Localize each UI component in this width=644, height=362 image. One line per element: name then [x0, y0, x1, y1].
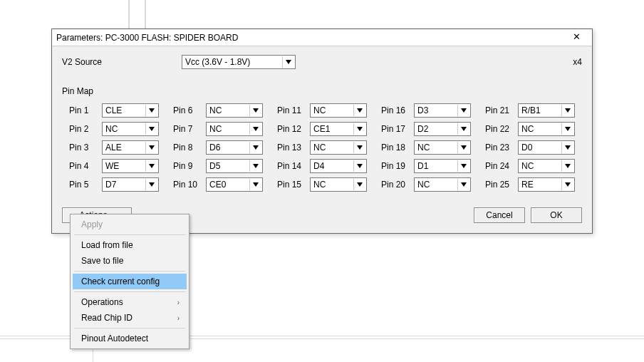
- pin-row: Pin 8D6: [173, 140, 263, 155]
- chevron-right-icon: ›: [177, 299, 180, 306]
- pin-label: Pin 4: [69, 161, 98, 171]
- chevron-down-icon: [457, 142, 469, 153]
- chevron-down-icon: [353, 123, 365, 135]
- pin-value: D2: [417, 124, 428, 134]
- pin-combo[interactable]: D5: [206, 159, 263, 173]
- menu-item[interactable]: Save to file: [73, 253, 187, 269]
- chevron-down-icon: [353, 160, 365, 172]
- pin-row: Pin 13NC: [277, 140, 367, 155]
- pin-combo[interactable]: D7: [102, 177, 159, 192]
- pin-combo[interactable]: R/B1: [518, 103, 575, 118]
- menu-item[interactable]: Read Chip ID›: [73, 310, 187, 326]
- pin-combo[interactable]: RE: [518, 177, 575, 192]
- pin-combo[interactable]: CLE: [102, 103, 159, 118]
- pin-label: Pin 7: [173, 124, 202, 134]
- chevron-down-icon: [145, 160, 157, 172]
- pin-value: CLE: [105, 105, 122, 115]
- pin-combo[interactable]: D3: [414, 103, 471, 118]
- pin-combo[interactable]: NC: [518, 122, 575, 136]
- ok-button[interactable]: OK: [531, 207, 582, 223]
- chevron-down-icon: [561, 105, 573, 116]
- chevron-down-icon: [353, 105, 365, 116]
- pin-value: RE: [521, 180, 534, 190]
- menu-separator: [74, 234, 185, 235]
- pin-label: Pin 21: [485, 105, 514, 115]
- menu-item-label: Pinout Autodetect: [81, 333, 148, 343]
- pin-combo[interactable]: NC: [206, 103, 263, 118]
- dialog-title: Parameters: PC-3000 FLASH: SPIDER BOARD: [56, 33, 238, 43]
- pin-value: R/B1: [521, 105, 541, 115]
- pin-row: Pin 12CE1: [277, 122, 367, 136]
- pin-column: Pin 6NCPin 7NCPin 8D6Pin 9D5Pin 10CE0: [173, 103, 263, 192]
- pin-row: Pin 9D5: [173, 159, 263, 173]
- pin-label: Pin 1: [69, 105, 98, 115]
- pin-combo[interactable]: ALE: [102, 140, 159, 155]
- pin-label: Pin 20: [381, 180, 410, 190]
- pin-column: Pin 16D3Pin 17D2Pin 18NCPin 19D1Pin 20NC: [381, 103, 471, 192]
- pin-combo[interactable]: D6: [206, 140, 263, 155]
- pin-combo[interactable]: D0: [518, 140, 575, 155]
- pin-value: NC: [105, 124, 118, 134]
- pin-label: Pin 16: [381, 105, 410, 115]
- pin-combo[interactable]: NC: [310, 140, 367, 155]
- pin-label: Pin 13: [277, 143, 306, 152]
- chevron-down-icon: [457, 123, 469, 135]
- pin-value: D0: [521, 143, 532, 152]
- actions-context-menu: ApplyLoad from fileSave to fileCheck cur…: [70, 214, 189, 349]
- pin-combo[interactable]: WE: [102, 159, 159, 173]
- pin-value: D4: [313, 161, 324, 171]
- pin-value: D1: [417, 161, 428, 171]
- chevron-down-icon: [249, 105, 261, 116]
- pin-row: Pin 3ALE: [69, 140, 159, 155]
- pin-combo[interactable]: NC: [310, 177, 367, 192]
- chevron-right-icon: ›: [177, 314, 180, 322]
- pin-row: Pin 1CLE: [69, 103, 159, 118]
- menu-item[interactable]: Operations›: [73, 294, 187, 310]
- cancel-button[interactable]: Cancel: [474, 207, 525, 223]
- menu-item: Apply: [73, 217, 187, 232]
- pin-combo[interactable]: NC: [102, 122, 159, 136]
- pin-combo[interactable]: NC: [414, 140, 471, 155]
- pin-combo[interactable]: D4: [310, 159, 367, 173]
- pin-value: NC: [313, 143, 326, 152]
- pin-combo[interactable]: CE0: [206, 177, 263, 192]
- menu-item-label: Load from file: [81, 240, 133, 250]
- chevron-down-icon: [561, 142, 573, 153]
- pin-value: NC: [313, 180, 326, 190]
- pin-label: Pin 24: [485, 161, 514, 171]
- chevron-down-icon: [249, 123, 261, 135]
- menu-item-label: Operations: [81, 297, 123, 307]
- pin-value: CE0: [209, 180, 226, 190]
- menu-item[interactable]: Pinout Autodetect: [73, 331, 187, 346]
- menu-item[interactable]: Check current config: [73, 274, 187, 289]
- titlebar: Parameters: PC-3000 FLASH: SPIDER BOARD …: [52, 29, 592, 46]
- pin-row: Pin 10CE0: [173, 177, 263, 192]
- chevron-down-icon: [145, 105, 157, 116]
- v2-source-label: V2 Source: [62, 57, 176, 67]
- v2-source-multiplier: x4: [573, 57, 582, 67]
- pin-combo[interactable]: CE1: [310, 122, 367, 136]
- pin-row: Pin 21R/B1: [485, 103, 575, 118]
- pin-row: Pin 15NC: [277, 177, 367, 192]
- menu-item-label: Read Chip ID: [81, 313, 133, 323]
- pin-combo[interactable]: NC: [414, 177, 471, 192]
- pin-row: Pin 22NC: [485, 122, 575, 136]
- pin-label: Pin 25: [485, 180, 514, 190]
- pin-combo[interactable]: NC: [206, 122, 263, 136]
- pin-row: Pin 17D2: [381, 122, 471, 136]
- close-button[interactable]: ✕: [566, 31, 586, 44]
- menu-item[interactable]: Load from file: [73, 237, 187, 253]
- pin-row: Pin 24NC: [485, 159, 575, 173]
- pin-value: NC: [313, 105, 326, 115]
- v2-source-value: Vcc (3.6V - 1.8V): [185, 57, 250, 67]
- pin-row: Pin 18NC: [381, 140, 471, 155]
- pin-label: Pin 22: [485, 124, 514, 134]
- pin-value: ALE: [105, 143, 122, 152]
- pin-combo[interactable]: D1: [414, 159, 471, 173]
- pin-combo[interactable]: NC: [310, 103, 367, 118]
- pin-label: Pin 6: [173, 105, 202, 115]
- pin-row: Pin 2NC: [69, 122, 159, 136]
- v2-source-combo[interactable]: Vcc (3.6V - 1.8V): [182, 55, 296, 69]
- pin-combo[interactable]: NC: [518, 159, 575, 173]
- pin-combo[interactable]: D2: [414, 122, 471, 136]
